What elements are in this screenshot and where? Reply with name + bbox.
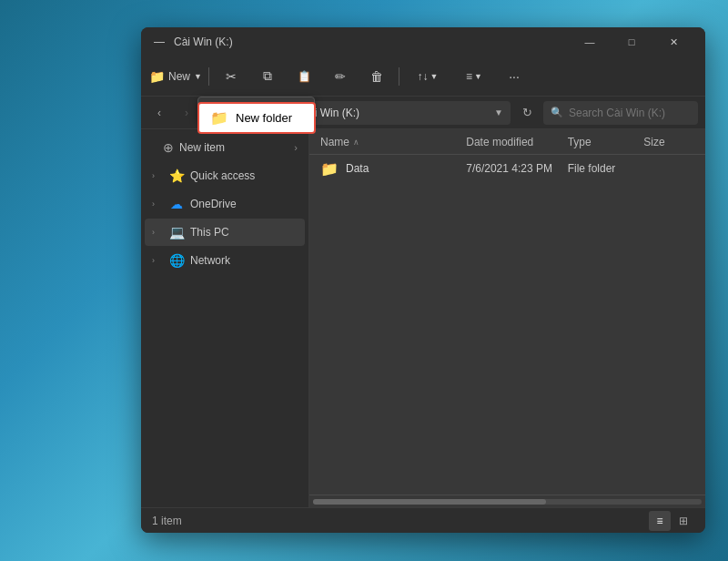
copy-button[interactable]: ⧉ — [251, 60, 284, 93]
status-text: 1 item — [152, 515, 649, 527]
new-folder-dropdown-item[interactable]: 📁 New folder — [197, 102, 316, 134]
network-label: Network — [190, 254, 298, 267]
quick-access-arrow: › — [152, 171, 163, 180]
onedrive-label: OneDrive — [190, 198, 298, 210]
sidebar-item-this-pc[interactable]: › 💻 This PC — [145, 219, 305, 246]
view-button[interactable]: ≡ ▼ — [454, 60, 494, 93]
file-area: Name ∧ Date modified Type Size 📁 — [309, 129, 705, 507]
more-button[interactable]: ··· — [498, 60, 531, 93]
sidebar: ⊕ New item › › ⭐ Quick access › ☁ OneDri… — [141, 129, 309, 507]
maximize-button[interactable]: □ — [611, 27, 652, 56]
file-list-body: 📁 Data 7/6/2021 4:23 PM File folder — [309, 155, 705, 495]
sort-chevron: ▼ — [430, 72, 439, 81]
table-row[interactable]: 📁 Data 7/6/2021 4:23 PM File folder — [309, 155, 705, 182]
cut-button[interactable]: ✂ — [215, 60, 248, 93]
this-pc-arrow: › — [152, 228, 163, 237]
file-type-cell: File folder — [568, 162, 644, 175]
status-bar: 1 item ≡ ⊞ — [141, 507, 705, 533]
tile-view-button[interactable]: ⊞ — [672, 511, 694, 531]
paste-button[interactable]: 📋 — [288, 60, 320, 93]
column-date[interactable]: Date modified — [466, 136, 567, 148]
refresh-button[interactable]: ↻ — [516, 102, 538, 124]
this-pc-label: This PC — [190, 226, 298, 239]
new-item-arrow: › — [294, 142, 298, 153]
column-size[interactable]: Size — [643, 136, 694, 148]
close-button[interactable]: ✕ — [652, 27, 694, 56]
new-folder-icon: 📁 — [210, 109, 228, 127]
horizontal-scrollbar[interactable] — [309, 495, 705, 507]
quick-access-icon: ⭐ — [168, 168, 185, 183]
new-folder-button-icon[interactable]: 📁 New ▼ — [148, 60, 203, 93]
new-folder-label: New folder — [236, 111, 292, 125]
toolbar-separator-1 — [208, 67, 209, 86]
view-buttons: ≡ ⊞ — [649, 511, 694, 531]
column-name[interactable]: Name ∧ — [320, 136, 466, 148]
toolbar: 📁 New ▼ ✂ ⧉ 📋 ✏ 🗑 ↑↓ ▼ ≡ ▼ ··· Create a … — [141, 56, 705, 97]
new-item-label: New item — [179, 141, 225, 154]
title-bar-buttons: — □ ✕ — [569, 27, 694, 56]
forward-button[interactable]: › — [176, 102, 197, 124]
network-arrow: › — [152, 256, 163, 265]
file-name-text: Data — [346, 162, 369, 175]
network-icon: 🌐 — [168, 253, 185, 268]
view-icon: ≡ — [466, 70, 472, 83]
sidebar-item-quick-access[interactable]: › ⭐ Quick access — [145, 162, 305, 189]
column-type[interactable]: Type — [568, 136, 644, 148]
sort-icon: ↑↓ — [418, 70, 429, 83]
new-label: New — [168, 70, 190, 83]
this-pc-icon: 💻 — [168, 225, 185, 240]
sidebar-item-onedrive[interactable]: › ☁ OneDrive — [145, 190, 305, 218]
folder-icon: 📁 — [320, 160, 339, 178]
onedrive-icon: ☁ — [168, 197, 185, 211]
breadcrumb-chevron[interactable]: ▼ — [494, 107, 503, 117]
sort-button[interactable]: ↑↓ ▼ — [405, 60, 450, 93]
search-input[interactable] — [569, 107, 691, 119]
new-icon: 📁 — [149, 69, 165, 84]
rename-button[interactable]: ✏ — [324, 60, 357, 93]
file-date-cell: 7/6/2021 4:23 PM — [466, 162, 567, 175]
sidebar-new-item[interactable]: ⊕ New item › — [145, 134, 305, 161]
search-bar[interactable]: 🔍 — [543, 101, 698, 125]
scrollbar-track[interactable] — [313, 499, 702, 505]
view-chevron: ▼ — [474, 72, 482, 81]
search-icon: 🔍 — [551, 107, 563, 118]
back-button[interactable]: ‹ — [148, 102, 170, 124]
sort-arrow-icon: ∧ — [353, 138, 359, 147]
window-icon: — — [152, 35, 167, 49]
file-explorer-window: — Cài Win (K:) — □ ✕ 📁 New ▼ ✂ ⧉ 📋 ✏ 🗑 ↑… — [141, 27, 705, 533]
list-view-button[interactable]: ≡ — [649, 511, 671, 531]
scrollbar-thumb[interactable] — [313, 499, 546, 505]
minimize-button[interactable]: — — [569, 27, 611, 56]
quick-access-label: Quick access — [190, 169, 298, 182]
new-item-plus-icon: ⊕ — [163, 140, 174, 155]
content-area: ⊕ New item › › ⭐ Quick access › ☁ OneDri… — [141, 129, 705, 507]
toolbar-separator-2 — [399, 67, 399, 86]
onedrive-arrow: › — [152, 199, 163, 209]
title-bar: — Cài Win (K:) — □ ✕ — [141, 27, 705, 56]
window-title: Cài Win (K:) — [174, 36, 569, 48]
delete-button[interactable]: 🗑 — [360, 60, 393, 93]
file-list-header: Name ∧ Date modified Type Size — [309, 129, 705, 155]
new-chevron: ▼ — [194, 72, 202, 81]
sidebar-item-network[interactable]: › 🌐 Network — [145, 247, 305, 274]
file-name-cell: 📁 Data — [320, 160, 466, 178]
